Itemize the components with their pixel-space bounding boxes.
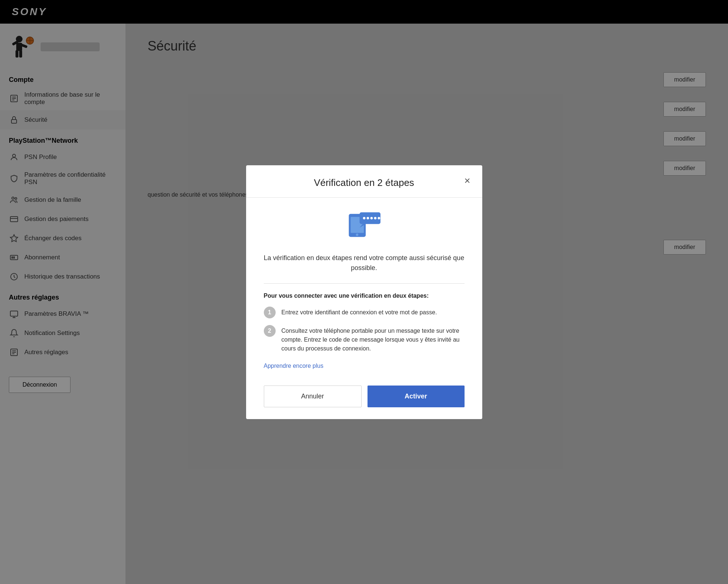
modal-divider (264, 283, 465, 284)
svg-point-35 (374, 217, 376, 220)
modal-body: La vérification en deux étapes rend votr… (246, 198, 482, 419)
modal: Vérification en 2 étapes × (246, 165, 482, 419)
modal-icon-area (264, 210, 465, 243)
step-number-1: 1 (264, 307, 276, 318)
svg-point-33 (366, 217, 369, 220)
svg-point-32 (363, 217, 365, 220)
activate-button[interactable]: Activer (368, 386, 465, 407)
svg-point-36 (377, 217, 380, 220)
modal-header: Vérification en 2 étapes × (246, 165, 482, 198)
modal-step-1: 1 Entrez votre identifiant de connexion … (264, 307, 465, 318)
modal-step-2: 2 Consultez votre téléphone portable pou… (264, 325, 465, 353)
svg-point-30 (356, 234, 358, 236)
modal-title: Vérification en 2 étapes (314, 177, 414, 189)
learn-more-link[interactable]: Apprendre encore plus (264, 363, 324, 369)
modal-description: La vérification en deux étapes rend votr… (264, 253, 465, 273)
modal-actions: Annuler Activer (264, 386, 465, 407)
modal-close-button[interactable]: × (464, 176, 470, 186)
modal-overlay: Vérification en 2 étapes × (0, 0, 728, 584)
svg-point-34 (370, 217, 373, 220)
step-text-1: Entrez votre identifiant de connexion et… (282, 307, 437, 317)
step-text-2: Consultez votre téléphone portable pour … (282, 325, 465, 353)
cancel-button[interactable]: Annuler (264, 386, 362, 407)
modal-steps-title: Pour vous connecter avec une vérificatio… (264, 293, 465, 299)
two-step-verification-icon (346, 210, 383, 243)
step-number-2: 2 (264, 325, 276, 337)
svg-rect-31 (359, 212, 380, 224)
